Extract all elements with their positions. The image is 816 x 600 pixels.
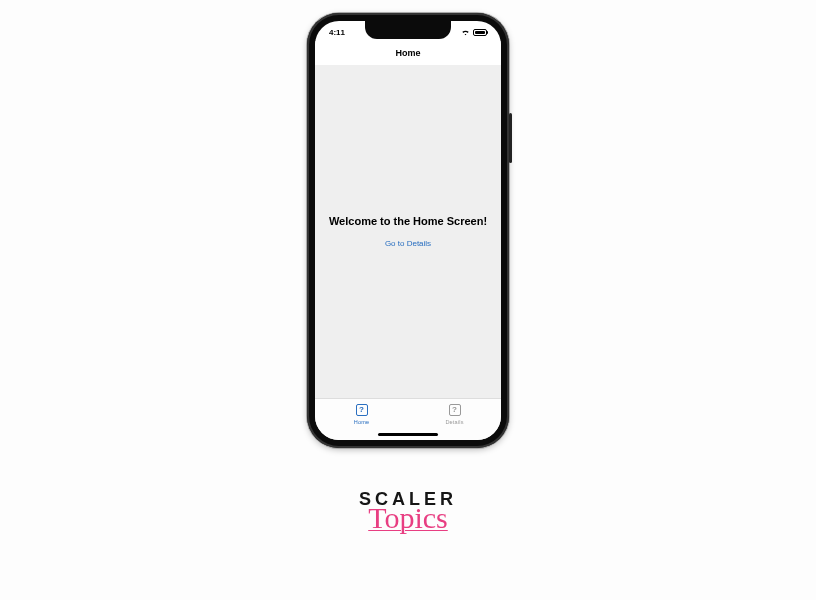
status-time: 4:11 [329,26,345,37]
battery-icon [473,29,487,36]
branding-logo: SCALER Topics [359,490,457,531]
details-tab-icon: ? [448,403,462,417]
status-right [461,27,487,36]
home-tab-icon: ? [355,403,369,417]
branding-sub: Topics [359,504,457,531]
phone-side-button [509,113,512,163]
welcome-text: Welcome to the Home Screen! [329,215,487,227]
notch [365,21,451,39]
home-indicator [378,433,438,436]
phone-screen: 4:11 Home Welcome to the Home Screen! Go… [315,21,501,440]
wifi-icon [461,29,470,36]
tab-details-label: Details [445,419,463,425]
tab-home[interactable]: ? Home [315,403,408,425]
nav-header: Home [315,41,501,65]
content-area: Welcome to the Home Screen! Go to Detail… [315,65,501,398]
phone-frame: 4:11 Home Welcome to the Home Screen! Go… [307,13,509,448]
question-box-icon: ? [356,404,368,416]
tab-home-label: Home [354,419,369,425]
page-title: Home [395,48,420,58]
tab-details[interactable]: ? Details [408,403,501,425]
go-to-details-link[interactable]: Go to Details [385,239,431,248]
question-box-icon: ? [449,404,461,416]
